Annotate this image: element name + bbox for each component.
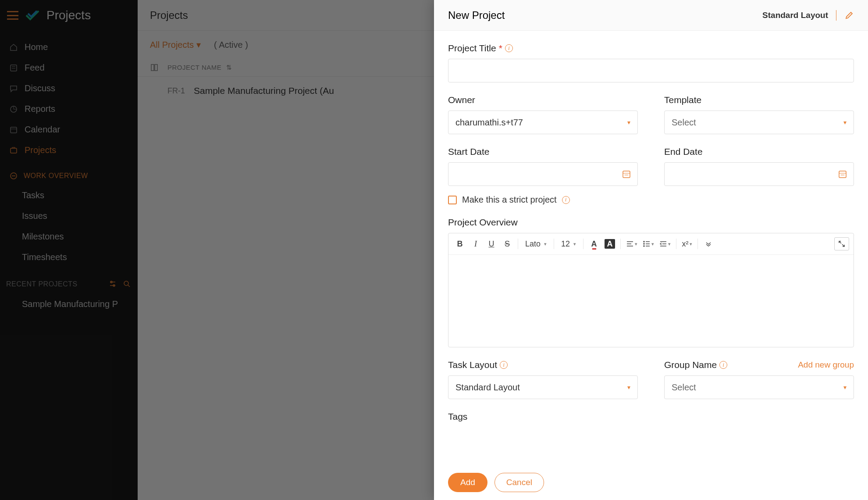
italic-button[interactable]: I [469, 237, 483, 251]
end-date-input[interactable] [664, 162, 854, 186]
svg-point-31 [644, 243, 644, 244]
owner-group: Owner charumathi.s+t77 ▾ [448, 95, 638, 134]
template-value: Select [672, 118, 696, 128]
separator [620, 239, 621, 249]
svg-point-24 [841, 175, 842, 175]
font-size-select[interactable]: 12▾ [558, 239, 580, 249]
project-title-group: Project Title* i [448, 43, 854, 82]
end-date-label: End Date [664, 146, 854, 157]
superscript-button[interactable]: x²▾ [680, 237, 694, 251]
strict-checkbox[interactable] [448, 196, 457, 204]
chevron-down-icon: ▾ [690, 241, 692, 247]
svg-point-32 [644, 246, 644, 246]
info-icon[interactable]: i [500, 361, 508, 369]
task-layout-select[interactable]: Standard Layout ▾ [448, 375, 638, 399]
cancel-button[interactable]: Cancel [494, 473, 544, 492]
rich-text-editor: B I U S Lato▾ 12▾ A A ▾ ▾ ▾ [448, 233, 854, 347]
panel-title: New Project [448, 9, 762, 21]
panel-footer: Add Cancel [434, 465, 868, 500]
start-date-label: Start Date [448, 146, 638, 157]
template-group: Template Select ▾ [664, 95, 854, 134]
list-button[interactable]: ▾ [641, 237, 656, 251]
text-color-button[interactable]: A [587, 237, 601, 251]
start-date-input[interactable] [448, 162, 638, 186]
chevron-down-icon: ▾ [843, 384, 847, 391]
svg-point-26 [843, 175, 844, 175]
svg-point-25 [842, 175, 843, 175]
info-icon[interactable]: i [719, 361, 727, 369]
tags-group: Tags [448, 411, 854, 427]
end-date-group: End Date [664, 146, 854, 186]
group-name-select[interactable]: Select ▾ [664, 375, 854, 399]
template-select[interactable]: Select ▾ [664, 111, 854, 134]
editor-toolbar: B I U S Lato▾ 12▾ A A ▾ ▾ ▾ [448, 233, 854, 255]
separator [697, 239, 698, 249]
panel-body: Project Title* i Owner charumathi.s+t77 … [434, 31, 868, 465]
group-name-group: Group Name i Add new group Select ▾ [664, 360, 854, 399]
chevron-down-icon: ▾ [843, 119, 847, 126]
more-button[interactable] [701, 237, 715, 251]
start-date-group: Start Date [448, 146, 638, 186]
task-layout-value: Standard Layout [455, 382, 520, 393]
overview-group: Project Overview B I U S Lato▾ 12▾ A A [448, 217, 854, 347]
font-select[interactable]: Lato▾ [522, 239, 550, 249]
bg-color-button[interactable]: A [603, 237, 617, 251]
info-icon[interactable]: i [505, 44, 513, 52]
add-button[interactable]: Add [448, 473, 487, 492]
panel-header: New Project Standard Layout [434, 0, 868, 31]
calendar-icon [838, 169, 847, 179]
task-layout-label: Task Layout i [448, 360, 638, 370]
svg-point-20 [626, 175, 627, 175]
task-layout-group: Task Layout i Standard Layout ▾ [448, 360, 638, 399]
bold-button[interactable]: B [453, 237, 467, 251]
owner-select[interactable]: charumathi.s+t77 ▾ [448, 111, 638, 134]
expand-button[interactable] [834, 237, 849, 250]
tags-label: Tags [448, 411, 854, 422]
separator [518, 239, 518, 249]
svg-rect-22 [839, 171, 846, 178]
chevron-down-icon: ▾ [627, 119, 630, 126]
new-project-panel: New Project Standard Layout Project Titl… [434, 0, 868, 500]
editor-textarea[interactable] [448, 255, 854, 347]
info-icon[interactable]: i [562, 196, 570, 204]
divider [836, 10, 836, 21]
chevron-down-icon: ▾ [627, 384, 630, 391]
owner-value: charumathi.s+t77 [455, 118, 523, 128]
separator [554, 239, 554, 249]
align-button[interactable]: ▾ [624, 237, 639, 251]
strict-label: Make this a strict project [462, 195, 557, 205]
chevron-down-icon: ▾ [544, 241, 547, 247]
svg-point-30 [644, 241, 644, 242]
underline-button[interactable]: U [484, 237, 498, 251]
svg-point-21 [627, 175, 628, 175]
chevron-down-icon: ▾ [651, 241, 654, 247]
calendar-icon [622, 169, 631, 179]
chevron-down-icon: ▾ [573, 241, 576, 247]
overview-label: Project Overview [448, 217, 854, 228]
edit-layout-icon[interactable] [844, 11, 854, 20]
strikethrough-button[interactable]: S [500, 237, 514, 251]
indent-button[interactable]: ▾ [658, 237, 672, 251]
project-title-label: Project Title* i [448, 43, 854, 54]
group-name-value: Select [672, 382, 696, 393]
group-name-label: Group Name i [664, 360, 727, 370]
chevron-down-icon: ▾ [635, 241, 637, 247]
svg-point-19 [625, 175, 626, 175]
strict-project-row: Make this a strict project i [448, 195, 854, 205]
project-title-input[interactable] [448, 59, 854, 82]
separator [583, 239, 583, 249]
layout-name: Standard Layout [762, 11, 828, 20]
separator [676, 239, 676, 249]
add-new-group-link[interactable]: Add new group [798, 360, 854, 370]
owner-label: Owner [448, 95, 638, 105]
chevron-down-icon: ▾ [668, 241, 671, 247]
svg-rect-17 [623, 171, 630, 178]
template-label: Template [664, 95, 854, 105]
